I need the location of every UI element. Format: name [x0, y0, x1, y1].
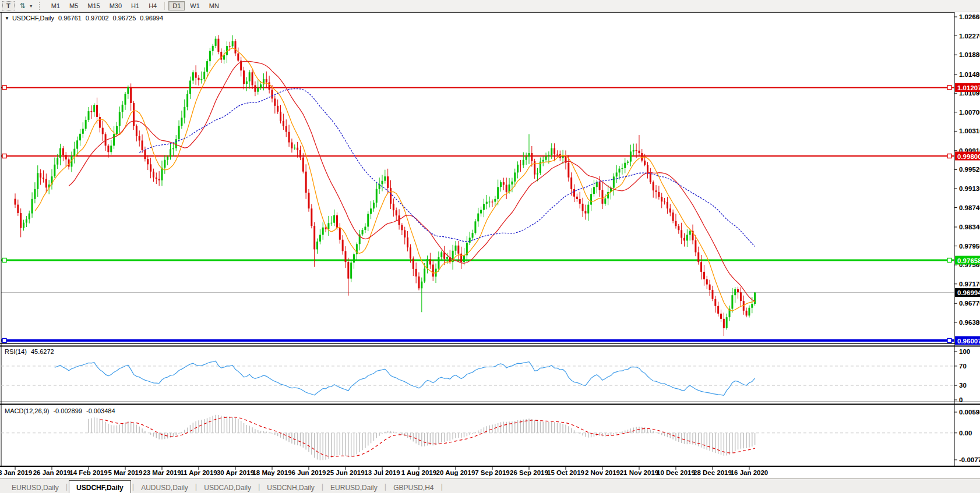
svg-text:0.98740: 0.98740 — [959, 204, 980, 211]
timeframe-button-h4[interactable]: H4 — [144, 1, 161, 10]
toolbar-separator — [164, 2, 165, 10]
timeframe-button-h1[interactable]: H1 — [127, 1, 143, 10]
candlestick-series — [15, 35, 756, 336]
svg-text:0.97658: 0.97658 — [957, 257, 980, 264]
toolbar: T ⇅ ▼ M1M5M15M30H1H4D1W1MN — [0, 0, 980, 12]
timeframe-button-m30[interactable]: M30 — [105, 1, 126, 10]
chart-tab-bar: EURUSD,Daily|USDCHF,Daily|AUDUSD,Daily|U… — [0, 478, 980, 493]
horizontal-line-0.99800[interactable] — [1, 154, 954, 158]
ohlc-low: 0.96725 — [113, 15, 136, 22]
timeframe-button-d1[interactable]: D1 — [168, 1, 185, 10]
rsi-pane: 10070300 — [1, 348, 970, 403]
svg-text:1.02270: 1.02270 — [959, 33, 980, 40]
chart-tab-usdcnh-daily[interactable]: USDCNH,Daily — [260, 482, 321, 493]
svg-text:0: 0 — [959, 396, 963, 403]
svg-text:8 Jan 2019: 8 Jan 2019 — [0, 469, 32, 476]
svg-text:7 Sep 2019: 7 Sep 2019 — [475, 469, 509, 476]
text-tool-button[interactable]: T — [2, 1, 15, 10]
timeframe-button-m5[interactable]: M5 — [65, 1, 82, 10]
svg-text:21 Nov 2019: 21 Nov 2019 — [620, 469, 659, 476]
svg-text:13 Jul 2019: 13 Jul 2019 — [364, 469, 400, 476]
sort-arrows-icon[interactable]: ⇅ — [16, 1, 30, 10]
svg-text:2 Nov 2019: 2 Nov 2019 — [585, 469, 620, 476]
price-axis[interactable]: 1.026601.022701.018801.014801.010901.007… — [954, 13, 980, 345]
svg-text:0.98340: 0.98340 — [959, 224, 980, 230]
symbol-label: USDCHF,Daily — [12, 15, 54, 22]
mt4-terminal: { "toolbar": { "text_tool": "T", "arrows… — [0, 0, 980, 493]
timeframe-buttons: M1M5M15M30H1H4D1W1MN — [47, 1, 224, 10]
chart-canvas: 1.026601.022701.018801.014801.010901.007… — [0, 0, 980, 493]
chart-symbol-header: ▼USDCHF,Daily0.967610.970020.967250.9699… — [5, 15, 163, 22]
tab-separator: | — [440, 482, 442, 491]
svg-text:30 Apr 2019: 30 Apr 2019 — [217, 469, 254, 476]
chart-tab-audusd-daily[interactable]: AUDUSD,Daily — [134, 482, 195, 493]
macd-histogram — [89, 415, 755, 460]
svg-text:1 Aug 2019: 1 Aug 2019 — [401, 469, 436, 476]
svg-text:100: 100 — [959, 348, 970, 355]
svg-text:5 Mar 2019: 5 Mar 2019 — [108, 469, 143, 476]
ohlc-close: 0.96994 — [140, 15, 163, 22]
horizontal-line-0.97658[interactable] — [1, 258, 954, 263]
macd-signal-value: -0.003484 — [86, 407, 115, 414]
svg-text:10 Dec 2019: 10 Dec 2019 — [657, 469, 695, 476]
svg-text:0.96007: 0.96007 — [957, 338, 980, 345]
ma-mid-red — [69, 61, 755, 301]
current-price-tag: 0.96994 — [955, 288, 980, 297]
svg-text:0.97170: 0.97170 — [959, 281, 980, 288]
svg-text:0.97950: 0.97950 — [959, 243, 980, 250]
timeframe-button-m15[interactable]: M15 — [83, 1, 104, 10]
svg-text:11 Apr 2019: 11 Apr 2019 — [180, 469, 217, 476]
collapse-caret-icon[interactable]: ▼ — [5, 16, 9, 21]
svg-text:0.00: 0.00 — [959, 430, 972, 437]
toolbar-grip[interactable] — [39, 2, 43, 10]
ohlc-high: 0.97002 — [86, 15, 109, 22]
svg-text:1.02660: 1.02660 — [959, 13, 980, 20]
svg-text:0.005986: 0.005986 — [959, 409, 980, 416]
svg-text:28 Dec 2019: 28 Dec 2019 — [693, 469, 732, 476]
rsi-name: RSI(14) — [5, 348, 27, 355]
chevron-down-icon[interactable]: ▼ — [29, 4, 33, 8]
macd-name: MACD(12,26,9) — [5, 407, 49, 414]
svg-text:0.99520: 0.99520 — [959, 166, 980, 173]
sort-arrows-glyph: ⇅ — [20, 3, 26, 9]
svg-text:18 May 2019: 18 May 2019 — [252, 469, 291, 476]
horizontal-line-1.01207[interactable] — [1, 86, 954, 90]
chart-tab-gbpusd-h4[interactable]: GBPUSD,H4 — [386, 482, 440, 493]
price-tag-0.97658: 0.97658 — [955, 256, 980, 265]
macd-main-value: -0.002899 — [53, 407, 82, 414]
svg-text:0.96994: 0.96994 — [957, 289, 980, 296]
chart-tab-usdcad-daily[interactable]: USDCAD,Daily — [197, 482, 258, 493]
macd-label: MACD(12,26,9)-0.002899-0.003484 — [5, 407, 115, 414]
svg-text:14 Feb 2019: 14 Feb 2019 — [69, 469, 107, 476]
svg-text:30: 30 — [959, 382, 967, 389]
svg-text:26 Jan 2019: 26 Jan 2019 — [33, 469, 71, 476]
svg-text:0.96380: 0.96380 — [959, 319, 980, 326]
chart-tab-usdchf-daily[interactable]: USDCHF,Daily — [69, 480, 131, 493]
macd-pane: 0.0059860.00-0.007737 — [1, 409, 980, 463]
ma-slow-blue — [139, 89, 755, 247]
svg-text:16 Jan 2020: 16 Jan 2020 — [731, 469, 769, 476]
rsi-label: RSI(14)45.6272 — [5, 348, 54, 355]
price-tag-0.96007: 0.96007 — [955, 336, 980, 345]
svg-text:1.00700: 1.00700 — [959, 109, 980, 116]
horizontal-line-0.96007[interactable] — [1, 339, 954, 343]
timeframe-button-m1[interactable]: M1 — [47, 1, 64, 10]
timeframe-button-mn[interactable]: MN — [205, 1, 223, 10]
price-tag-1.01207: 1.01207 — [955, 83, 980, 92]
price-tag-0.99800: 0.99800 — [955, 152, 980, 161]
svg-text:0.99800: 0.99800 — [957, 153, 980, 160]
timeframe-button-w1[interactable]: W1 — [186, 1, 204, 10]
pane-borders — [0, 12, 980, 467]
svg-text:15 Oct 2019: 15 Oct 2019 — [547, 469, 584, 476]
time-axis[interactable]: 8 Jan 201926 Jan 201914 Feb 20195 Mar 20… — [0, 467, 768, 476]
svg-text:0.99130: 0.99130 — [959, 185, 980, 192]
svg-text:23 Mar 2019: 23 Mar 2019 — [143, 469, 181, 476]
svg-text:20 Aug 2019: 20 Aug 2019 — [436, 469, 475, 476]
chart-tab-eurusd-daily[interactable]: EURUSD,Daily — [323, 482, 385, 493]
ohlc-open: 0.96761 — [58, 15, 82, 22]
svg-text:1.00310: 1.00310 — [959, 127, 980, 134]
svg-text:1.01480: 1.01480 — [959, 71, 980, 78]
chart-tab-eurusd-daily[interactable]: EURUSD,Daily — [5, 482, 66, 493]
svg-text:25 Jun 2019: 25 Jun 2019 — [326, 469, 364, 476]
svg-text:1.01207: 1.01207 — [957, 84, 980, 91]
